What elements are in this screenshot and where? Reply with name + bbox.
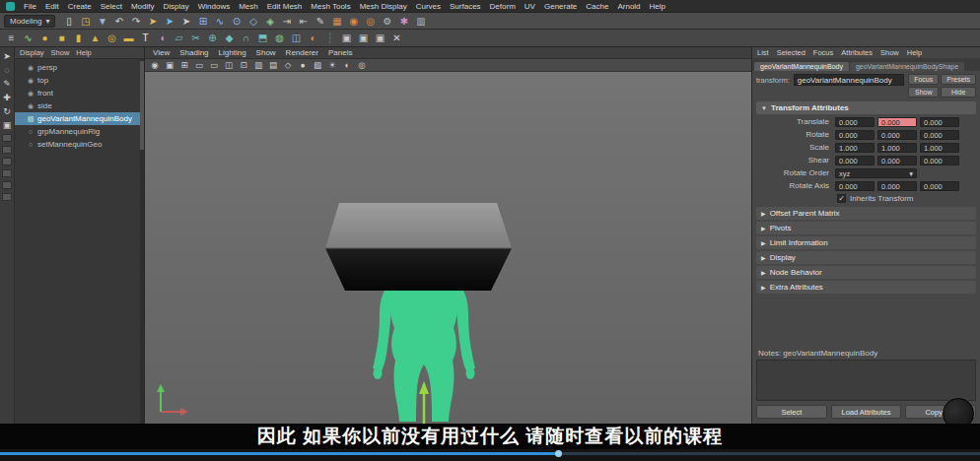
layout-shortcut-persp-graph[interactable] [2, 169, 12, 177]
layout-shortcut-persp-outliner[interactable] [2, 158, 12, 165]
multi-cut-icon[interactable]: ✂ [188, 31, 203, 45]
render-settings-icon[interactable]: ⚙ [380, 14, 394, 29]
curves-icon[interactable]: ∿ [21, 31, 35, 45]
menu-item[interactable]: Edit Mesh [267, 2, 303, 11]
viewport-canvas[interactable] [145, 72, 751, 424]
vp-lights-icon[interactable]: ☀ [326, 60, 338, 70]
ae-tab-transform[interactable]: geoVariantMannequinBody [754, 62, 849, 71]
node-name-field[interactable]: geoVariantMannequinBody [794, 74, 904, 86]
translate-x-field[interactable]: 0.000 [835, 117, 875, 127]
render-current-frame-icon[interactable]: ◉ [346, 14, 361, 29]
outliner-item-grpmannequinrig[interactable]: ○ grpMannequinRig [15, 125, 144, 138]
vp-shadows-icon[interactable]: ◐ [341, 60, 353, 70]
ipr-render-icon[interactable]: ◎ [363, 14, 378, 29]
rotate-y-field[interactable]: 0.000 [877, 130, 917, 140]
vp-resolution-gate-icon[interactable]: ▭ [208, 60, 220, 70]
menu-item[interactable]: UV [525, 2, 535, 11]
extrude-icon[interactable]: ⬒ [255, 31, 270, 45]
collapsed-section-header[interactable]: ▶ Limit Information [756, 236, 976, 249]
quad-draw-icon[interactable]: ▱ [172, 31, 186, 45]
menu-item[interactable]: Select [101, 2, 122, 11]
snap-point-icon[interactable]: ⊙ [229, 14, 244, 29]
select-by-hierarchy-icon[interactable]: ➤ [145, 14, 160, 29]
attribute-editor-menu-item[interactable]: Focus [813, 48, 833, 57]
layout-shortcut-uv-editor[interactable] [2, 193, 12, 201]
channel-box-toggle-icon[interactable]: ▣ [373, 31, 387, 45]
select-tool-icon[interactable]: ➤ [0, 49, 15, 63]
collapsed-section-header[interactable]: ▶ Node Behavior [756, 266, 976, 279]
menu-item[interactable]: Create [68, 2, 92, 11]
rotate-axis-z-field[interactable]: 0.000 [920, 181, 959, 191]
menu-item[interactable]: Edit [45, 2, 59, 11]
vp-shaded-icon[interactable]: ● [297, 60, 309, 70]
attribute-editor-toggle-icon[interactable]: ▣ [356, 31, 371, 45]
vp-safe-title-icon[interactable]: ▤ [267, 60, 279, 70]
menu-set-dropdown[interactable]: Modeling ▾ [4, 15, 55, 28]
layout-shortcut-four-view[interactable] [2, 146, 12, 154]
scale-y-field[interactable]: 1.000 [877, 143, 917, 153]
ae-tab-shape[interactable]: geoVariantMannequinBodyShape [850, 62, 964, 71]
make-live-icon[interactable]: ◈ [262, 14, 277, 29]
collapsed-section-header[interactable]: ▶ Display [756, 251, 976, 264]
collapsed-section-header[interactable]: ▶ Offset Parent Matrix [756, 207, 976, 220]
outliner-menu-item[interactable]: Help [76, 48, 91, 57]
notes-field[interactable] [756, 360, 976, 401]
open-render-view-icon[interactable]: ▦ [329, 14, 344, 29]
cube-head[interactable] [325, 203, 512, 291]
menu-item[interactable]: Help [650, 2, 665, 11]
inherits-transform-checkbox[interactable]: ✓ [837, 194, 846, 203]
load-attributes-button[interactable]: Load Attributes [831, 405, 902, 419]
separator-icon[interactable]: ┆ [322, 31, 337, 45]
construction-history-icon[interactable]: ✎ [313, 14, 327, 29]
menu-item[interactable]: Mesh Display [360, 2, 407, 11]
collapsed-section-header[interactable]: ▶ Pivots [756, 222, 976, 234]
input-connections-icon[interactable]: ⇥ [279, 14, 294, 29]
bevel-icon[interactable]: ◆ [222, 31, 237, 45]
poly-text-icon[interactable]: T [138, 31, 153, 45]
outliner-item-geovariantmannequinbody[interactable]: ▧ geoVariantMannequinBody [15, 112, 144, 125]
collapsed-section-header[interactable]: ▶ Extra Attributes [756, 281, 976, 294]
rotate-axis-x-field[interactable]: 0.000 [835, 181, 875, 191]
scale-tool-icon[interactable]: ▣ [0, 118, 15, 132]
poly-torus-icon[interactable]: ◎ [105, 31, 119, 45]
menu-item[interactable]: Display [164, 2, 189, 11]
vp-lock-camera-icon[interactable]: ▣ [164, 60, 175, 70]
attribute-editor-menu-item[interactable]: Show [880, 48, 899, 57]
rotate-x-field[interactable]: 0.000 [835, 130, 875, 140]
menu-item[interactable]: Windows [198, 2, 230, 11]
vp-grid-icon[interactable]: ⊞ [178, 60, 190, 70]
viewport-menu-item[interactable]: Shading [179, 48, 208, 57]
viewport-menu-item[interactable]: View [153, 48, 170, 57]
snap-grid-icon[interactable]: ⊞ [195, 14, 210, 29]
vp-film-gate-icon[interactable]: ▭ [193, 60, 205, 70]
move-tool-icon[interactable]: ✚ [0, 91, 15, 104]
outliner-scrollbar[interactable] [140, 59, 144, 424]
vp-textured-icon[interactable]: ▧ [312, 60, 323, 70]
undo-icon[interactable]: ↶ [111, 14, 126, 29]
rotate-z-field[interactable]: 0.000 [920, 130, 959, 140]
layout-shortcut-single[interactable] [2, 134, 12, 142]
viewport-menu-item[interactable]: Lighting [219, 48, 246, 57]
shelf-menu-icon[interactable]: ≡ [4, 31, 19, 45]
translate-y-field[interactable]: 0.000 [877, 117, 917, 127]
outliner-item-top[interactable]: ◉ top [15, 74, 144, 87]
presets-button[interactable]: Presets [941, 74, 976, 85]
layout-shortcut-hypershade[interactable] [2, 181, 12, 189]
boolean-icon[interactable]: ◐ [306, 31, 320, 45]
menu-item[interactable]: Arnold [617, 2, 640, 11]
select-by-object-icon[interactable]: ➤ [162, 14, 176, 29]
hide-button[interactable]: Hide [941, 87, 976, 98]
poly-cube-icon[interactable]: ■ [54, 31, 69, 45]
rotate-tool-icon[interactable]: ↻ [0, 104, 15, 118]
sculpt-tool-icon[interactable]: ◖ [155, 31, 170, 45]
viewport-menu-item[interactable]: Renderer [286, 48, 318, 57]
smooth-icon[interactable]: ◍ [272, 31, 287, 45]
select-by-component-icon[interactable]: ➤ [178, 14, 193, 29]
video-progress-track[interactable] [0, 452, 980, 455]
menu-item[interactable]: Surfaces [450, 2, 481, 11]
menu-item[interactable]: Cache [586, 2, 608, 11]
display-layer-icon[interactable]: ▥ [413, 14, 428, 29]
outliner-menu-item[interactable]: Display [20, 48, 44, 57]
scene-save-icon[interactable]: ▼ [95, 14, 109, 29]
scene-open-icon[interactable]: ◳ [78, 14, 93, 29]
